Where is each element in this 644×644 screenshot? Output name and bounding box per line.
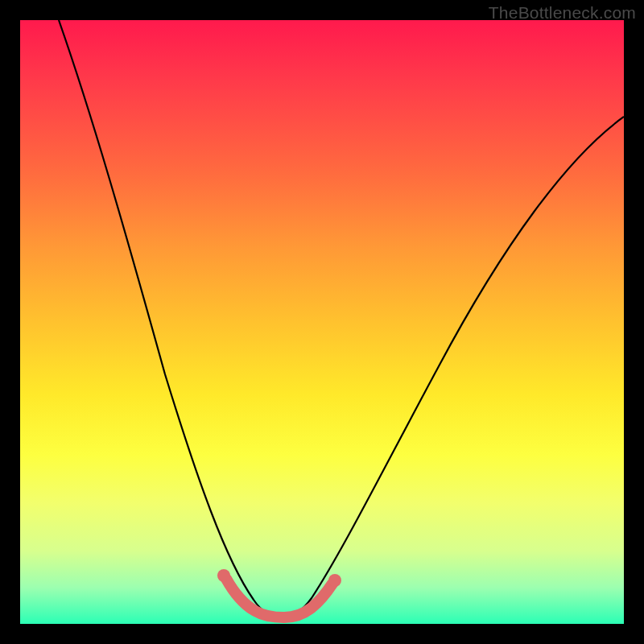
bottleneck-curve <box>59 20 624 616</box>
watermark-text: TheBottleneck.com <box>489 3 636 23</box>
highlight-dot-right <box>328 574 341 587</box>
chart-frame: TheBottleneck.com <box>0 0 644 644</box>
plot-area <box>20 20 624 624</box>
highlight-dot-left <box>217 569 230 582</box>
curve-layer <box>20 20 624 624</box>
highlight-band <box>226 579 332 617</box>
